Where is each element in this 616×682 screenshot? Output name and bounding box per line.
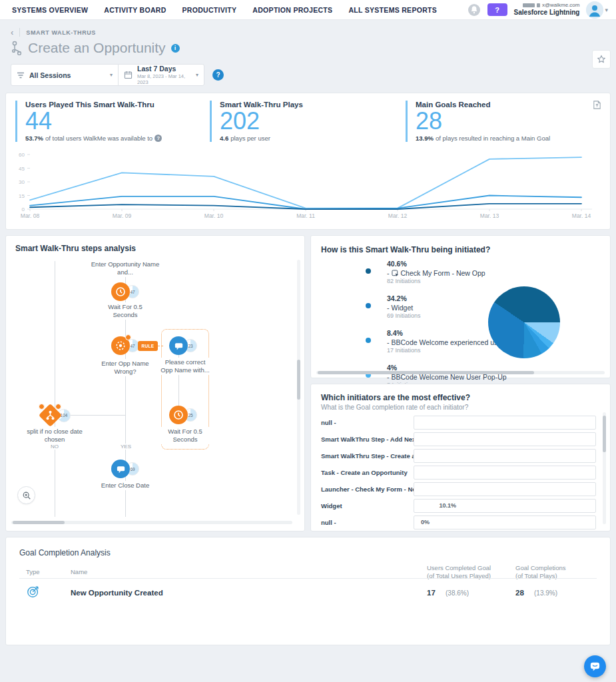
svg-text:Mar. 08: Mar. 08 xyxy=(21,212,40,219)
wait-step-icon[interactable] xyxy=(169,406,188,424)
popup-step-icon[interactable] xyxy=(169,336,188,355)
horizontal-scrollbar[interactable] xyxy=(11,521,292,524)
filters-help-icon[interactable]: ? xyxy=(212,69,224,81)
error-dot xyxy=(125,334,131,340)
users-completed-pct: (38.6%) xyxy=(446,589,469,597)
legend-label: Check My Form - New Opp xyxy=(401,269,485,278)
legend-pct: 34.2% xyxy=(387,294,421,304)
scrollbar-thumb[interactable] xyxy=(603,416,606,452)
scrollbar-thumb[interactable] xyxy=(13,521,65,524)
goal-completions-value: 28 xyxy=(515,589,524,597)
kpi-info-icon[interactable]: ? xyxy=(154,135,162,142)
horizontal-scrollbar[interactable] xyxy=(316,371,605,374)
vertical-scrollbar[interactable] xyxy=(297,260,300,515)
legend-prefix: - xyxy=(387,338,390,348)
export-icon[interactable] xyxy=(592,100,602,113)
kpi-title: Main Goals Reached xyxy=(416,101,595,109)
error-dot xyxy=(39,404,45,410)
chat-support-button[interactable] xyxy=(584,655,606,677)
chevron-down-icon: ▾ xyxy=(110,72,113,78)
step-label: Enter Opp Name Wrong? xyxy=(92,359,158,376)
bar-value-label: 15.9% xyxy=(421,486,438,492)
legend-label: Widget xyxy=(392,304,414,313)
legend-item[interactable]: 34.2% - Widget 69 Initiations xyxy=(366,294,509,320)
bar-row[interactable]: null - 0% xyxy=(321,514,596,531)
bar-row[interactable]: Launcher - Check My Form - New Opp 15.9% xyxy=(321,481,596,498)
kpi-note-bold: 13.9% xyxy=(416,135,434,142)
launcher-icon xyxy=(392,270,399,277)
column-header-type: Type xyxy=(26,568,40,576)
goal-completions-pct: (13.9%) xyxy=(534,589,557,597)
zoom-button[interactable] xyxy=(17,486,35,504)
bar-label: Smart WalkThru Step - Create an Opportun… xyxy=(321,452,414,460)
bar-row[interactable]: Smart WalkThru Step - Create an Opportun… xyxy=(321,448,596,464)
redacted-text xyxy=(537,3,540,7)
initiation-pie-chart[interactable] xyxy=(488,286,560,358)
bar-value-label: 100% xyxy=(575,419,590,426)
goal-completion-card: Goal Completion Analysis Type Name Users… xyxy=(5,537,611,645)
svg-text:15: 15 xyxy=(19,193,25,199)
back-button[interactable]: ‹ xyxy=(11,28,13,37)
connector-line xyxy=(55,261,55,517)
sessions-filter-dropdown[interactable]: All Sessions ▾ xyxy=(11,64,119,86)
scrollbar-thumb[interactable] xyxy=(318,371,534,374)
nav-productivity[interactable]: PRODUCTIVITY xyxy=(182,6,237,14)
bar-row[interactable]: Widget 10.1% xyxy=(321,498,596,514)
bar-label: Widget xyxy=(321,502,414,510)
connector-line xyxy=(67,415,125,416)
nav-all-systems-reports[interactable]: ALL SYSTEMS REPORTS xyxy=(348,6,437,14)
svg-text:Mar. 09: Mar. 09 xyxy=(113,212,132,219)
svg-text:30: 30 xyxy=(19,179,25,185)
bar-row[interactable]: Task - Create an Opportunity 33.3% xyxy=(321,464,596,481)
rule-tag[interactable]: RULE xyxy=(138,341,158,351)
bar-track: 33.3% xyxy=(414,466,596,480)
step-label: split if no close date chosen xyxy=(21,427,88,444)
nav-activity-board[interactable]: ACTIVITY BOARD xyxy=(104,6,166,14)
nav-adoption-projects[interactable]: ADOPTION PROJECTS xyxy=(252,6,332,14)
sessions-filter-label: All Sessions xyxy=(29,71,71,79)
nav-items: SYSTEMS OVERVIEW ACTIVITY BOARD PRODUCTI… xyxy=(8,6,437,14)
bar-track: 100% xyxy=(414,416,596,430)
bar-chart-subtitle: What is the Goal completion rate of each… xyxy=(321,404,468,411)
account-menu[interactable]: ▾ xyxy=(586,1,608,19)
notifications-bell-icon[interactable] xyxy=(467,3,481,17)
redacted-text xyxy=(523,3,535,7)
steps-analysis-card: Smart Walk-Thru steps analysis Enter Opp… xyxy=(5,235,305,531)
legend-item[interactable]: 8.4% - BBCode Welcome experienced user 1… xyxy=(366,329,509,355)
bar-label: Smart WalkThru Step - Add Next Step Temp… xyxy=(321,436,414,443)
bar-row[interactable]: null - 100% xyxy=(321,414,596,431)
rule-step-icon[interactable] xyxy=(111,336,130,355)
favorite-star-button[interactable] xyxy=(592,50,611,69)
account-system: Salesforce Lightning xyxy=(514,9,580,17)
legend-initiations: 82 Initiations xyxy=(387,278,485,286)
svg-text:Mar. 10: Mar. 10 xyxy=(204,212,224,219)
kpi-note: of total users WalkMe was available to xyxy=(45,135,153,142)
date-range-dropdown[interactable]: Last 7 Days Mar 8, 2023 - Mar 14, 2023 ▾ xyxy=(118,64,204,86)
nav-systems-overview[interactable]: SYSTEMS OVERVIEW xyxy=(12,6,88,14)
legend-item[interactable]: 40.6% - Check My Form - New Opp 82 Initi… xyxy=(366,260,509,286)
goal-table-title: Goal Completion Analysis xyxy=(19,548,111,557)
vertical-scrollbar[interactable] xyxy=(603,412,606,524)
title-info-icon[interactable]: i xyxy=(171,44,180,53)
scrollbar-thumb[interactable] xyxy=(297,360,300,400)
kpi-value: 44 xyxy=(25,109,202,135)
bar-label: Launcher - Check My Form - New Opp xyxy=(321,486,414,493)
overview-card: Users Played This Smart Walk-Thru 44 53.… xyxy=(5,93,611,230)
split-step-icon[interactable] xyxy=(41,406,60,425)
svg-text:0: 0 xyxy=(22,206,25,212)
avatar[interactable] xyxy=(586,1,603,19)
bar-row[interactable]: Smart WalkThru Step - Add Next Step Temp… xyxy=(321,431,596,448)
filter-icon xyxy=(17,72,25,79)
popup-step-icon[interactable] xyxy=(111,460,130,478)
help-button[interactable]: ? xyxy=(487,3,507,16)
bar-track: 33.3% xyxy=(414,449,596,463)
svg-text:60: 60 xyxy=(19,153,25,158)
bar-label: null - xyxy=(321,419,414,426)
goal-name: New Opportunity Created xyxy=(71,589,163,597)
kpi-note-bold: 53.7% xyxy=(25,135,43,142)
wait-step-icon[interactable] xyxy=(111,282,130,301)
page-header: ‹ SMART WALK-THRUS Create an Opportunity… xyxy=(0,20,616,86)
error-dot xyxy=(55,404,61,410)
divider xyxy=(19,28,20,37)
breadcrumb[interactable]: SMART WALK-THRUS xyxy=(26,29,96,36)
